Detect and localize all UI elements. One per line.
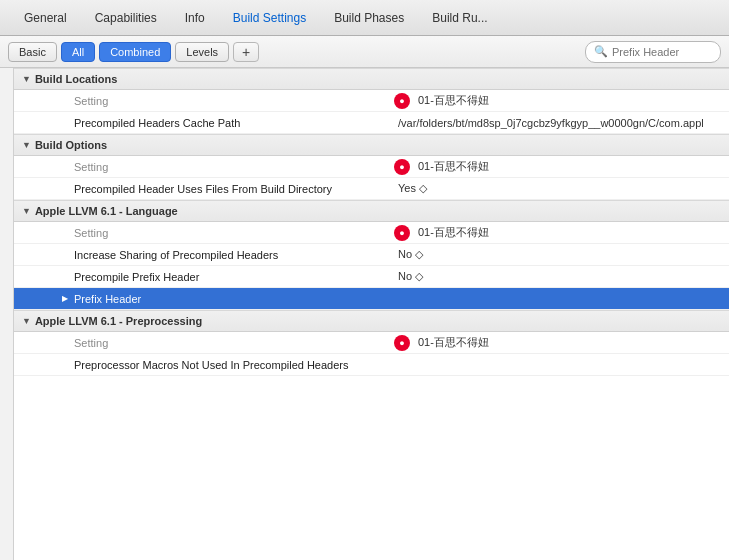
all-button[interactable]: All bbox=[61, 42, 95, 62]
collapse-triangle: ▼ bbox=[22, 316, 31, 326]
add-button[interactable]: + bbox=[233, 42, 259, 62]
setting-name: Prefix Header bbox=[74, 293, 394, 305]
row-indent: ▶ bbox=[14, 294, 74, 303]
basic-button[interactable]: Basic bbox=[8, 42, 57, 62]
levels-button[interactable]: Levels bbox=[175, 42, 229, 62]
column-setting-label: Setting bbox=[74, 227, 394, 239]
tab-build-settings[interactable]: Build Settings bbox=[219, 5, 320, 31]
target-name: 01-百思不得妞 bbox=[414, 335, 729, 350]
setting-value: No ◇ bbox=[394, 248, 729, 261]
tab-build-rules[interactable]: Build Ru... bbox=[418, 5, 501, 31]
section-build-locations[interactable]: ▼ Build Locations bbox=[14, 68, 729, 90]
settings-table: ▼ Build Locations Setting ● 01-百思不得妞 Pre… bbox=[14, 68, 729, 560]
tab-general[interactable]: General bbox=[10, 5, 81, 31]
setting-name: Precompiled Headers Cache Path bbox=[74, 117, 394, 129]
target-badge: ● bbox=[394, 335, 410, 351]
setting-value: No ◇ bbox=[394, 270, 729, 283]
main-content: ▼ Build Locations Setting ● 01-百思不得妞 Pre… bbox=[0, 68, 729, 560]
search-input[interactable] bbox=[612, 46, 712, 58]
table-row: Setting ● 01-百思不得妞 bbox=[14, 90, 729, 112]
target-badge: ● bbox=[394, 225, 410, 241]
column-setting-label: Setting bbox=[74, 95, 394, 107]
tab-capabilities[interactable]: Capabilities bbox=[81, 5, 171, 31]
collapse-triangle: ▼ bbox=[22, 140, 31, 150]
table-row[interactable]: Preprocessor Macros Not Used In Precompi… bbox=[14, 354, 729, 376]
section-apple-llvm-language[interactable]: ▼ Apple LLVM 6.1 - Language bbox=[14, 200, 729, 222]
section-title: Build Locations bbox=[35, 73, 118, 85]
column-setting-label: Setting bbox=[74, 161, 394, 173]
setting-name: Increase Sharing of Precompiled Headers bbox=[74, 249, 394, 261]
setting-name: Precompile Prefix Header bbox=[74, 271, 394, 283]
setting-name: Precompiled Header Uses Files From Build… bbox=[74, 183, 394, 195]
section-title: Build Options bbox=[35, 139, 107, 151]
table-row[interactable]: Precompiled Header Uses Files From Build… bbox=[14, 178, 729, 200]
collapse-triangle: ▼ bbox=[22, 206, 31, 216]
sidebar-strip bbox=[0, 68, 14, 560]
table-row-selected[interactable]: ▶ Prefix Header bbox=[14, 288, 729, 310]
setting-name: Preprocessor Macros Not Used In Precompi… bbox=[74, 359, 394, 371]
expand-triangle-icon[interactable]: ▶ bbox=[62, 294, 68, 303]
section-title: Apple LLVM 6.1 - Language bbox=[35, 205, 178, 217]
target-name: 01-百思不得妞 bbox=[414, 225, 729, 240]
target-name: 01-百思不得妞 bbox=[414, 159, 729, 174]
target-name: 01-百思不得妞 bbox=[414, 93, 729, 108]
section-apple-llvm-preprocessing[interactable]: ▼ Apple LLVM 6.1 - Preprocessing bbox=[14, 310, 729, 332]
target-badge: ● bbox=[394, 159, 410, 175]
toolbar: Basic All Combined Levels + 🔍 bbox=[0, 36, 729, 68]
tab-bar: General Capabilities Info Build Settings… bbox=[0, 0, 729, 36]
tab-build-phases[interactable]: Build Phases bbox=[320, 5, 418, 31]
search-icon: 🔍 bbox=[594, 45, 608, 58]
section-title: Apple LLVM 6.1 - Preprocessing bbox=[35, 315, 202, 327]
section-build-options[interactable]: ▼ Build Options bbox=[14, 134, 729, 156]
setting-value: Yes ◇ bbox=[394, 182, 729, 195]
table-row: Setting ● 01-百思不得妞 bbox=[14, 222, 729, 244]
target-badge: ● bbox=[394, 93, 410, 109]
table-row[interactable]: Precompiled Headers Cache Path /var/fold… bbox=[14, 112, 729, 134]
combined-button[interactable]: Combined bbox=[99, 42, 171, 62]
column-setting-label: Setting bbox=[74, 337, 394, 349]
setting-value: /var/folders/bt/md8sp_0j7cgcbz9yfkgyp__w… bbox=[394, 117, 729, 129]
search-box: 🔍 bbox=[585, 41, 721, 63]
table-row[interactable]: Precompile Prefix Header No ◇ bbox=[14, 266, 729, 288]
table-row: Setting ● 01-百思不得妞 bbox=[14, 156, 729, 178]
collapse-triangle: ▼ bbox=[22, 74, 31, 84]
tab-info[interactable]: Info bbox=[171, 5, 219, 31]
table-row[interactable]: Increase Sharing of Precompiled Headers … bbox=[14, 244, 729, 266]
table-row: Setting ● 01-百思不得妞 bbox=[14, 332, 729, 354]
